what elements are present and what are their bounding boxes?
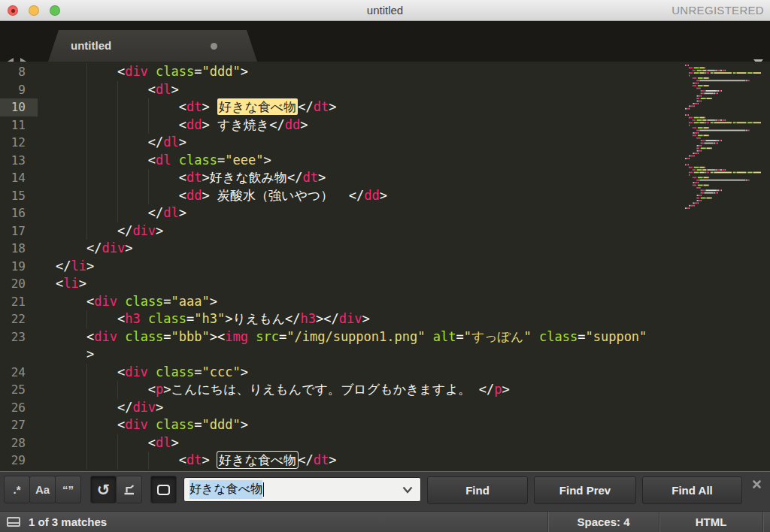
line-number: 25 <box>0 381 38 399</box>
code-text: </dl> <box>56 204 186 222</box>
code-line[interactable]: 13 <dl class="eee"> <box>0 152 770 170</box>
code-text: </dl> <box>56 134 186 152</box>
close-icon[interactable] <box>752 479 762 489</box>
code-text: <dt> 好きな食べ物</dt> <box>56 98 336 116</box>
editor[interactable]: 8 <div class="ddd">9 <dl>10 <dt> 好きな食べ物<… <box>0 62 770 471</box>
code-text: <h3 class="h3">りえもん</h3></div> <box>56 310 370 328</box>
code-line[interactable]: 29 <dt> 好きな食べ物</dt> <box>0 452 770 470</box>
code-line[interactable]: 19</li> <box>0 258 770 276</box>
code-line[interactable]: 27 <div class="ddd"> <box>0 416 770 434</box>
code-text: </div> <box>56 222 163 240</box>
text-cursor <box>263 482 265 497</box>
code-line[interactable]: 22 <h3 class="h3">りえもん</h3></div> <box>0 310 770 328</box>
find-toggle-group-1: .*Aa“” <box>5 476 81 503</box>
indent-guide <box>86 152 87 170</box>
registration-status: UNREGISTERED <box>671 0 764 21</box>
case-sensitive-toggle-button[interactable]: Aa <box>29 476 56 503</box>
indent-guide <box>86 452 87 470</box>
code-line[interactable]: 8 <div class="ddd"> <box>0 63 770 81</box>
code-line-wrap[interactable]: > <box>0 346 770 364</box>
code-line[interactable]: 16 </dl> <box>0 204 770 222</box>
code-text: <div class="ddd"> <box>56 416 248 434</box>
indent-guide <box>86 381 87 399</box>
status-end-divider <box>762 512 770 532</box>
line-number: 17 <box>0 222 38 240</box>
indent-guide <box>117 187 118 205</box>
code-line[interactable]: 18 </div> <box>0 240 770 258</box>
code-text: </div> <box>56 240 132 258</box>
match-count: 1 of 3 matches <box>29 515 107 528</box>
highlight-matches-toggle-button[interactable] <box>150 476 177 503</box>
line-number: 27 <box>0 416 38 434</box>
find-button[interactable]: Find <box>427 476 528 504</box>
whole-word-icon: “” <box>62 483 74 496</box>
line-number: 18 <box>0 240 38 258</box>
code-text: <div class="ddd"> <box>56 63 248 81</box>
line-number: 14 <box>0 169 38 187</box>
code-line[interactable]: 26 </div> <box>0 399 770 417</box>
code-line[interactable]: 12 </dl> <box>0 134 770 152</box>
code-line[interactable]: 24 <div class="ccc"> <box>0 364 770 382</box>
indent-guide <box>86 169 87 187</box>
indent-guide <box>117 204 118 222</box>
code-text: <dl> <box>56 81 179 99</box>
line-number: 9 <box>0 81 38 99</box>
code-text: <dt> 好きな食べ物</dt> <box>56 452 336 470</box>
code-text: > <box>56 346 94 364</box>
indent-guide <box>148 452 149 470</box>
code-line[interactable]: 9 <dl> <box>0 81 770 99</box>
minimap[interactable] <box>681 63 765 215</box>
code-text: <dd> すき焼き</dd> <box>56 116 308 135</box>
search-query-selected-text: 好きな食べ物 <box>189 480 262 499</box>
indent-guide <box>86 364 87 382</box>
code-text: <div class="aaa"> <box>56 293 217 311</box>
code-line[interactable]: 28 <dl> <box>0 434 770 452</box>
indent-guide <box>86 434 87 452</box>
line-number: 22 <box>0 310 38 328</box>
find-bar: .*Aa“” ↺ 好きな食べ物 Find Find Prev Find All <box>0 471 770 511</box>
find-toggle-group-3 <box>151 476 177 503</box>
whole-word-toggle-button[interactable]: “” <box>55 476 81 503</box>
code-line[interactable]: 25 <p>こんにちは、りえもんです。ブログもかきますよ。 </p> <box>0 381 770 399</box>
find-toggle-group-2: ↺ <box>91 476 142 503</box>
indent-guide <box>86 134 87 152</box>
syntax-setting[interactable]: HTML <box>659 512 762 532</box>
tab-bar: untitled <box>0 21 770 62</box>
code-text: <div class="ccc"> <box>56 364 248 382</box>
line-number: 24 <box>0 364 38 382</box>
tab-untitled[interactable]: untitled <box>48 30 257 62</box>
indent-guide <box>117 98 118 116</box>
indent-setting[interactable]: Spaces: 4 <box>547 512 659 532</box>
code-area[interactable]: 8 <div class="ddd">9 <dl>10 <dt> 好きな食べ物<… <box>0 63 770 470</box>
panel-toggle-icon[interactable] <box>7 517 20 527</box>
indent-guide <box>148 98 149 116</box>
code-line[interactable]: 14 <dt>好きな飲み物</dt> <box>0 169 770 187</box>
find-all-button[interactable]: Find All <box>642 476 742 504</box>
search-input[interactable]: 好きな食べ物 <box>183 477 421 502</box>
in-selection-toggle-button[interactable] <box>116 476 142 503</box>
highlight-matches-icon <box>157 485 170 495</box>
line-number: 23 <box>0 328 38 346</box>
code-line[interactable]: 11 <dd> すき焼き</dd> <box>0 116 770 135</box>
code-text: <div class="bbb"><img src="/img/suppon1.… <box>56 328 647 346</box>
line-number: 10 <box>0 98 38 116</box>
indent-guide <box>148 187 149 205</box>
line-number: 16 <box>0 204 38 222</box>
indent-guide <box>86 310 87 328</box>
chevron-down-icon[interactable] <box>402 486 413 494</box>
code-line[interactable]: 21 <div class="aaa"> <box>0 293 770 311</box>
search-match-current: 好きな食べ物 <box>217 98 298 115</box>
find-prev-button[interactable]: Find Prev <box>534 476 636 504</box>
wrap-icon: ↺ <box>97 482 111 497</box>
status-bar: 1 of 3 matches Spaces: 4 HTML <box>0 511 770 532</box>
in-selection-icon <box>123 484 135 496</box>
code-line[interactable]: 20<li> <box>0 275 770 293</box>
code-line[interactable]: 10 <dt> 好きな食べ物</dt> <box>0 98 770 116</box>
code-line[interactable]: 15 <dd> 炭酸水（強いやつ） </dd> <box>0 187 770 205</box>
wrap-toggle-button[interactable]: ↺ <box>90 476 117 503</box>
code-line[interactable]: 17 </div> <box>0 222 770 240</box>
indent-guide <box>86 187 87 205</box>
regex-toggle-button[interactable]: .* <box>4 476 30 503</box>
code-line[interactable]: 23 <div class="bbb"><img src="/img/suppo… <box>0 328 770 346</box>
indent-guide <box>86 63 87 81</box>
